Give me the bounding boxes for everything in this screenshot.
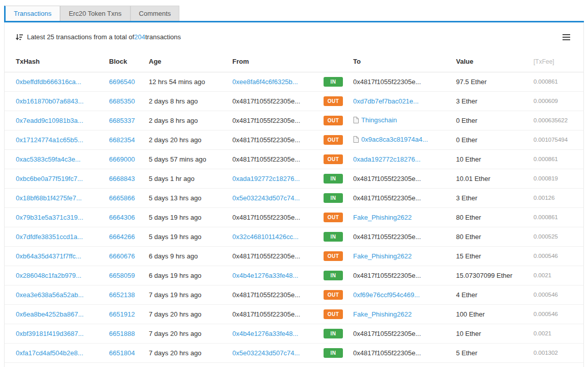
- txhash-link[interactable]: 0x6ea8be4252ba867...: [16, 310, 84, 318]
- txhash-link[interactable]: 0x17124774a1c65b5...: [16, 136, 83, 144]
- txhash-link[interactable]: 0x7dfdfe38351ccd1a...: [16, 233, 83, 241]
- block-link[interactable]: 6652138: [109, 291, 135, 299]
- table-header-row: TxHash Block Age From To Value [TxFee]: [5, 51, 583, 72]
- txhash-link[interactable]: 0x79b31e5a371c319...: [16, 214, 83, 221]
- txfee-text: 0.000525: [533, 227, 583, 246]
- direction-badge: OUT: [324, 251, 343, 261]
- txfee-text: 0.000861: [533, 207, 583, 227]
- value-text: 15 Ether: [456, 246, 533, 266]
- value-text: 3 Ether: [456, 188, 533, 207]
- age-text: 6 days 19 hrs ago: [149, 266, 232, 285]
- block-link[interactable]: 6669000: [109, 155, 135, 163]
- txhash-link[interactable]: 0xbf39181f419d3687...: [16, 330, 84, 337]
- txhash-link[interactable]: 0xbeffdfdb666316ca...: [16, 78, 81, 86]
- block-link[interactable]: 6658059: [109, 272, 135, 279]
- summary-suffix: transactions: [145, 33, 181, 41]
- to-address[interactable]: 0xada192772c18276...: [353, 155, 420, 163]
- to-address[interactable]: Fake_Phishing2622: [353, 214, 412, 221]
- direction-badge: IN: [324, 271, 343, 280]
- txfee-text: 0.0021: [533, 266, 583, 285]
- tab-comments[interactable]: Comments: [130, 6, 180, 21]
- table-row: 0x18bf68b1f4275fe7... 6665866 5 days 13 …: [5, 188, 583, 207]
- table-row: 0x7dfdfe38351ccd1a... 6664266 5 days 19 …: [5, 227, 583, 246]
- block-link[interactable]: 6685350: [109, 97, 135, 105]
- txfee-text: 0.000861: [533, 149, 583, 169]
- txfee-text: [533, 362, 583, 367]
- txfee-text: 0.00126: [533, 188, 583, 207]
- txhash-link[interactable]: 0xac5383c59fa4c3e...: [16, 155, 81, 163]
- age-text: 5 days 19 hrs ago: [149, 227, 232, 246]
- block-link[interactable]: 6668843: [109, 175, 135, 182]
- from-address[interactable]: 0x5e032243d507c74...: [232, 349, 300, 357]
- age-text: 2 days 20 hrs ago: [149, 130, 232, 149]
- direction-badge: OUT: [324, 309, 343, 319]
- from-address[interactable]: 0xee8fa6f4c6f6325b...: [232, 78, 298, 86]
- value-text: 5 Ether: [456, 343, 533, 362]
- to-address: 0x4817f1055f22305e...: [353, 233, 421, 241]
- contract-icon: [353, 117, 359, 125]
- txhash-link[interactable]: 0x18bf68b1f4275fe7...: [16, 194, 82, 202]
- value-text: 0 Ether: [456, 111, 533, 130]
- table-row: 0x6ea8be4252ba867... 6651912 7 days 20 h…: [5, 304, 583, 324]
- from-address: 0x4817f1055f22305e...: [232, 291, 300, 299]
- txhash-link[interactable]: 0xb161870b07a6843...: [16, 97, 84, 105]
- total-transactions-link[interactable]: 204: [134, 33, 145, 41]
- sort-amount-icon: [16, 34, 23, 41]
- txfee-text: 0.0021: [533, 324, 583, 343]
- transactions-table: TxHash Block Age From To Value [TxFee] 0…: [5, 51, 583, 367]
- to-address: 0x4817f1055f22305e...: [353, 194, 421, 202]
- to-address[interactable]: 0xf69e76ccf954c469...: [353, 291, 420, 299]
- direction-badge: OUT: [324, 135, 343, 145]
- block-link[interactable]: 6651888: [109, 330, 135, 337]
- from-address[interactable]: 0x4b4e1276a33fe48...: [232, 330, 298, 337]
- txhash-link[interactable]: 0xfa17cd4af504b2e8...: [16, 349, 83, 357]
- age-text: 7 days 20 hrs ago: [149, 343, 232, 362]
- txhash-link[interactable]: 0xea3e638a56a52ab...: [16, 291, 84, 299]
- block-link[interactable]: 6665866: [109, 194, 135, 202]
- col-header-block: Block: [109, 51, 149, 72]
- to-address[interactable]: Fake_Phishing2622: [353, 310, 412, 318]
- hamburger-menu-icon[interactable]: [560, 31, 572, 44]
- from-address[interactable]: 0x32c4681011426cc...: [232, 233, 299, 241]
- block-link[interactable]: 6651804: [109, 349, 135, 357]
- txhash-link[interactable]: 0x286048c1fa2b979...: [16, 272, 82, 279]
- from-address[interactable]: 0xada192772c18276...: [232, 175, 300, 182]
- direction-badge: IN: [324, 329, 343, 338]
- value-text: 100 Ether: [456, 304, 533, 324]
- txhash-link[interactable]: 0xbc6be0a77f519fc7...: [16, 175, 83, 182]
- block-link[interactable]: 6696540: [109, 78, 135, 86]
- from-address: 0x4817f1055f22305e...: [232, 97, 300, 105]
- txhash-link[interactable]: 0xb64a35d4371f7ffc...: [16, 252, 81, 260]
- txhash-link[interactable]: 0x7eadd9c10981b3a...: [16, 117, 83, 124]
- col-header-txhash: TxHash: [5, 51, 109, 72]
- block-link[interactable]: 6651912: [109, 310, 135, 318]
- summary-prefix: Latest 25 transactions from a total of: [27, 33, 134, 41]
- table-row: 0xfa17cd4af504b2e8... 6651804 7 days 20 …: [5, 343, 583, 362]
- panel-header: Latest 25 transactions from a total of 2…: [5, 22, 583, 51]
- block-link[interactable]: 6660676: [109, 252, 135, 260]
- to-address[interactable]: Thingschain: [361, 116, 397, 124]
- value-text: 80 Ether: [456, 207, 533, 227]
- to-address[interactable]: 0x9ac8ca3c81974a4...: [361, 136, 428, 143]
- block-link[interactable]: 6682354: [109, 136, 135, 144]
- from-address[interactable]: 0x4b4e1276a33fe48...: [232, 272, 298, 279]
- contract-icon: [353, 136, 359, 144]
- age-text: 7 days 19 hrs ago: [149, 285, 232, 304]
- tab-erc20-token-txns[interactable]: Erc20 Token Txns: [60, 6, 130, 21]
- transactions-summary: Latest 25 transactions from a total of 2…: [27, 33, 181, 41]
- block-link[interactable]: 6685337: [109, 117, 135, 124]
- block-link[interactable]: 6664266: [109, 233, 135, 241]
- table-row: 0xbf39181f419d3687... 6651888 7 days 20 …: [5, 324, 583, 343]
- table-row: 0x17124774a1c65b5... 6682354 2 days 20 h…: [5, 130, 583, 149]
- age-text: 6 days 9 hrs ago: [149, 246, 232, 266]
- from-address[interactable]: 0x5e032243d507c74...: [232, 194, 300, 202]
- age-text: 5 days 13 hrs ago: [149, 188, 232, 207]
- to-address[interactable]: 0xd7db7ef7bac021e...: [353, 97, 419, 105]
- col-header-from: From: [232, 51, 324, 72]
- to-address[interactable]: Fake_Phishing2622: [353, 252, 412, 260]
- table-row: 0xac5383c59fa4c3e... 6669000 5 days 57 m…: [5, 149, 583, 169]
- block-link[interactable]: 6664306: [109, 214, 135, 221]
- value-text: 4 Ether: [456, 285, 533, 304]
- transactions-panel: Latest 25 transactions from a total of 2…: [4, 22, 584, 367]
- tab-transactions[interactable]: Transactions: [4, 6, 60, 21]
